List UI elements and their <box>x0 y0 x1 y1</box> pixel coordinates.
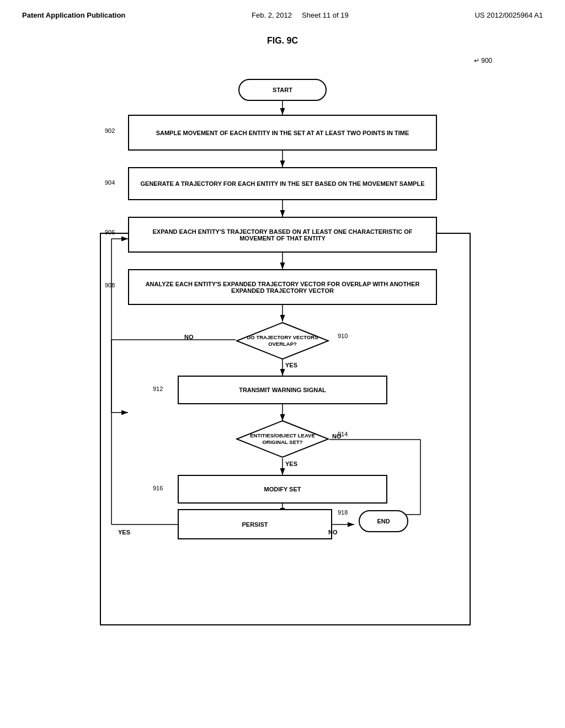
diamond-914: ENTITIES/OBJECT LEAVE ORIGINAL SET? <box>236 420 329 458</box>
step-904: GENERATE A TRAJECTORY FOR EACH ENTITY IN… <box>128 167 437 200</box>
no-label-918: NO <box>328 529 338 536</box>
step-912: TRANSMIT WARNING SIGNAL <box>178 376 387 404</box>
yes-label-910: YES <box>285 362 297 368</box>
date-label: Feb. 2, 2012 <box>252 11 292 19</box>
step-916: MODIFY SET <box>178 475 387 504</box>
page: Patent Application Publication Feb. 2, 2… <box>0 0 565 728</box>
ref-906: 906 <box>105 229 115 235</box>
yes-label-914: YES <box>285 461 297 467</box>
ref-916: 916 <box>153 485 163 491</box>
figure-title: FIG. 9C <box>22 36 543 46</box>
ref-904: 904 <box>105 179 115 186</box>
ref-912: 912 <box>153 386 163 392</box>
step-906: EXPAND EACH ENTITY'S TRAJECTORY BASED ON… <box>128 217 437 253</box>
no-label-914: NO <box>332 433 342 440</box>
step-908: ANALYZE EACH ENTITY'S EXPANDED TRAJECTOR… <box>128 269 437 305</box>
ref-908: 908 <box>105 282 115 288</box>
step-918: PERSIST <box>178 509 332 539</box>
start-node: START <box>238 79 327 101</box>
diamond-910: DO TRAJECTORY VECTORS OVERLAP? <box>236 322 329 360</box>
end-node: END <box>359 510 408 532</box>
ref-902: 902 <box>105 127 115 134</box>
patent-number: US 2012/0025964 A1 <box>475 11 543 19</box>
header-date-sheet: Feb. 2, 2012 Sheet 11 of 19 <box>252 11 349 19</box>
ref-900: ↵ 900 <box>474 57 492 65</box>
no-label-910: NO <box>184 334 194 340</box>
step-902: SAMPLE MOVEMENT OF EACH ENTITY IN THE SE… <box>128 115 437 151</box>
ref-918: 918 <box>338 509 348 516</box>
page-header: Patent Application Publication Feb. 2, 2… <box>22 11 543 19</box>
sheet-label: Sheet 11 of 19 <box>302 11 349 19</box>
ref-910: 910 <box>338 333 348 339</box>
yes-label-918: YES <box>118 529 130 536</box>
publication-label: Patent Application Publication <box>22 11 125 19</box>
